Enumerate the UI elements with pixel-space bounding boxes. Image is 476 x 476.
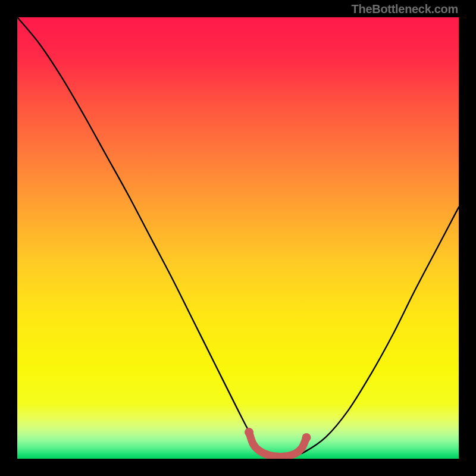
watermark-label: TheBottleneck.com [352, 2, 458, 16]
gradient-background [17, 17, 459, 459]
sweet-spot-endpoint [245, 428, 253, 437]
sweet-spot-endpoint [302, 433, 311, 442]
chart-frame [17, 17, 459, 459]
bottleneck-chart [17, 17, 459, 459]
